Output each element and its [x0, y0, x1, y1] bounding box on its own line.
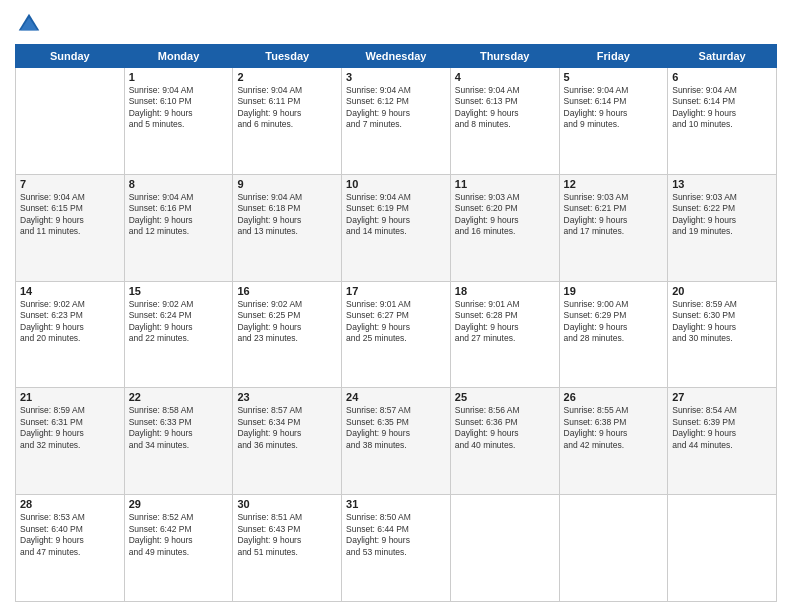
calendar-cell: 8Sunrise: 9:04 AM Sunset: 6:16 PM Daylig…	[124, 174, 233, 281]
cell-info: Sunrise: 9:02 AM Sunset: 6:25 PM Dayligh…	[237, 299, 337, 345]
calendar-week-row: 28Sunrise: 8:53 AM Sunset: 6:40 PM Dayli…	[16, 495, 777, 602]
calendar-cell: 27Sunrise: 8:54 AM Sunset: 6:39 PM Dayli…	[668, 388, 777, 495]
day-number: 3	[346, 71, 446, 83]
weekday-header: Tuesday	[233, 45, 342, 68]
cell-info: Sunrise: 8:52 AM Sunset: 6:42 PM Dayligh…	[129, 512, 229, 558]
day-number: 22	[129, 391, 229, 403]
day-number: 18	[455, 285, 555, 297]
cell-info: Sunrise: 8:50 AM Sunset: 6:44 PM Dayligh…	[346, 512, 446, 558]
page: SundayMondayTuesdayWednesdayThursdayFrid…	[0, 0, 792, 612]
calendar-cell	[450, 495, 559, 602]
cell-info: Sunrise: 9:04 AM Sunset: 6:12 PM Dayligh…	[346, 85, 446, 131]
day-number: 29	[129, 498, 229, 510]
day-number: 14	[20, 285, 120, 297]
cell-info: Sunrise: 8:51 AM Sunset: 6:43 PM Dayligh…	[237, 512, 337, 558]
cell-info: Sunrise: 9:03 AM Sunset: 6:22 PM Dayligh…	[672, 192, 772, 238]
cell-info: Sunrise: 9:03 AM Sunset: 6:21 PM Dayligh…	[564, 192, 664, 238]
cell-info: Sunrise: 9:02 AM Sunset: 6:23 PM Dayligh…	[20, 299, 120, 345]
day-number: 24	[346, 391, 446, 403]
day-number: 30	[237, 498, 337, 510]
calendar-cell	[559, 495, 668, 602]
day-number: 4	[455, 71, 555, 83]
day-number: 26	[564, 391, 664, 403]
logo-icon	[15, 10, 43, 38]
calendar-header-row: SundayMondayTuesdayWednesdayThursdayFrid…	[16, 45, 777, 68]
day-number: 31	[346, 498, 446, 510]
calendar-cell: 28Sunrise: 8:53 AM Sunset: 6:40 PM Dayli…	[16, 495, 125, 602]
weekday-header: Saturday	[668, 45, 777, 68]
cell-info: Sunrise: 8:56 AM Sunset: 6:36 PM Dayligh…	[455, 405, 555, 451]
day-number: 1	[129, 71, 229, 83]
day-number: 7	[20, 178, 120, 190]
day-number: 8	[129, 178, 229, 190]
calendar-cell: 25Sunrise: 8:56 AM Sunset: 6:36 PM Dayli…	[450, 388, 559, 495]
calendar-cell: 13Sunrise: 9:03 AM Sunset: 6:22 PM Dayli…	[668, 174, 777, 281]
day-number: 12	[564, 178, 664, 190]
calendar-week-row: 7Sunrise: 9:04 AM Sunset: 6:15 PM Daylig…	[16, 174, 777, 281]
cell-info: Sunrise: 9:02 AM Sunset: 6:24 PM Dayligh…	[129, 299, 229, 345]
calendar-cell: 7Sunrise: 9:04 AM Sunset: 6:15 PM Daylig…	[16, 174, 125, 281]
header	[15, 10, 777, 38]
cell-info: Sunrise: 9:04 AM Sunset: 6:14 PM Dayligh…	[564, 85, 664, 131]
logo	[15, 10, 47, 38]
calendar-cell	[16, 68, 125, 175]
day-number: 17	[346, 285, 446, 297]
cell-info: Sunrise: 8:53 AM Sunset: 6:40 PM Dayligh…	[20, 512, 120, 558]
calendar-cell: 10Sunrise: 9:04 AM Sunset: 6:19 PM Dayli…	[342, 174, 451, 281]
calendar-cell: 5Sunrise: 9:04 AM Sunset: 6:14 PM Daylig…	[559, 68, 668, 175]
day-number: 15	[129, 285, 229, 297]
cell-info: Sunrise: 8:58 AM Sunset: 6:33 PM Dayligh…	[129, 405, 229, 451]
cell-info: Sunrise: 9:00 AM Sunset: 6:29 PM Dayligh…	[564, 299, 664, 345]
calendar-cell: 20Sunrise: 8:59 AM Sunset: 6:30 PM Dayli…	[668, 281, 777, 388]
day-number: 6	[672, 71, 772, 83]
calendar-cell: 15Sunrise: 9:02 AM Sunset: 6:24 PM Dayli…	[124, 281, 233, 388]
calendar-cell	[668, 495, 777, 602]
cell-info: Sunrise: 9:01 AM Sunset: 6:28 PM Dayligh…	[455, 299, 555, 345]
day-number: 9	[237, 178, 337, 190]
cell-info: Sunrise: 9:04 AM Sunset: 6:18 PM Dayligh…	[237, 192, 337, 238]
day-number: 11	[455, 178, 555, 190]
weekday-header: Thursday	[450, 45, 559, 68]
calendar-cell: 11Sunrise: 9:03 AM Sunset: 6:20 PM Dayli…	[450, 174, 559, 281]
cell-info: Sunrise: 9:04 AM Sunset: 6:16 PM Dayligh…	[129, 192, 229, 238]
calendar-cell: 6Sunrise: 9:04 AM Sunset: 6:14 PM Daylig…	[668, 68, 777, 175]
calendar-cell: 23Sunrise: 8:57 AM Sunset: 6:34 PM Dayli…	[233, 388, 342, 495]
cell-info: Sunrise: 9:04 AM Sunset: 6:11 PM Dayligh…	[237, 85, 337, 131]
cell-info: Sunrise: 8:57 AM Sunset: 6:34 PM Dayligh…	[237, 405, 337, 451]
cell-info: Sunrise: 9:04 AM Sunset: 6:10 PM Dayligh…	[129, 85, 229, 131]
calendar-cell: 2Sunrise: 9:04 AM Sunset: 6:11 PM Daylig…	[233, 68, 342, 175]
day-number: 28	[20, 498, 120, 510]
cell-info: Sunrise: 9:04 AM Sunset: 6:14 PM Dayligh…	[672, 85, 772, 131]
calendar-week-row: 21Sunrise: 8:59 AM Sunset: 6:31 PM Dayli…	[16, 388, 777, 495]
day-number: 27	[672, 391, 772, 403]
calendar-cell: 24Sunrise: 8:57 AM Sunset: 6:35 PM Dayli…	[342, 388, 451, 495]
calendar-week-row: 1Sunrise: 9:04 AM Sunset: 6:10 PM Daylig…	[16, 68, 777, 175]
day-number: 20	[672, 285, 772, 297]
day-number: 2	[237, 71, 337, 83]
cell-info: Sunrise: 8:59 AM Sunset: 6:30 PM Dayligh…	[672, 299, 772, 345]
calendar-cell: 16Sunrise: 9:02 AM Sunset: 6:25 PM Dayli…	[233, 281, 342, 388]
cell-info: Sunrise: 9:04 AM Sunset: 6:19 PM Dayligh…	[346, 192, 446, 238]
cell-info: Sunrise: 9:04 AM Sunset: 6:13 PM Dayligh…	[455, 85, 555, 131]
calendar-cell: 31Sunrise: 8:50 AM Sunset: 6:44 PM Dayli…	[342, 495, 451, 602]
calendar-cell: 21Sunrise: 8:59 AM Sunset: 6:31 PM Dayli…	[16, 388, 125, 495]
calendar-cell: 9Sunrise: 9:04 AM Sunset: 6:18 PM Daylig…	[233, 174, 342, 281]
calendar-week-row: 14Sunrise: 9:02 AM Sunset: 6:23 PM Dayli…	[16, 281, 777, 388]
calendar-cell: 3Sunrise: 9:04 AM Sunset: 6:12 PM Daylig…	[342, 68, 451, 175]
day-number: 25	[455, 391, 555, 403]
calendar-table: SundayMondayTuesdayWednesdayThursdayFrid…	[15, 44, 777, 602]
calendar-cell: 18Sunrise: 9:01 AM Sunset: 6:28 PM Dayli…	[450, 281, 559, 388]
day-number: 10	[346, 178, 446, 190]
calendar-cell: 4Sunrise: 9:04 AM Sunset: 6:13 PM Daylig…	[450, 68, 559, 175]
calendar-cell: 12Sunrise: 9:03 AM Sunset: 6:21 PM Dayli…	[559, 174, 668, 281]
cell-info: Sunrise: 8:57 AM Sunset: 6:35 PM Dayligh…	[346, 405, 446, 451]
calendar-cell: 14Sunrise: 9:02 AM Sunset: 6:23 PM Dayli…	[16, 281, 125, 388]
cell-info: Sunrise: 9:01 AM Sunset: 6:27 PM Dayligh…	[346, 299, 446, 345]
calendar-cell: 22Sunrise: 8:58 AM Sunset: 6:33 PM Dayli…	[124, 388, 233, 495]
day-number: 5	[564, 71, 664, 83]
day-number: 16	[237, 285, 337, 297]
calendar-cell: 17Sunrise: 9:01 AM Sunset: 6:27 PM Dayli…	[342, 281, 451, 388]
day-number: 13	[672, 178, 772, 190]
weekday-header: Sunday	[16, 45, 125, 68]
day-number: 21	[20, 391, 120, 403]
